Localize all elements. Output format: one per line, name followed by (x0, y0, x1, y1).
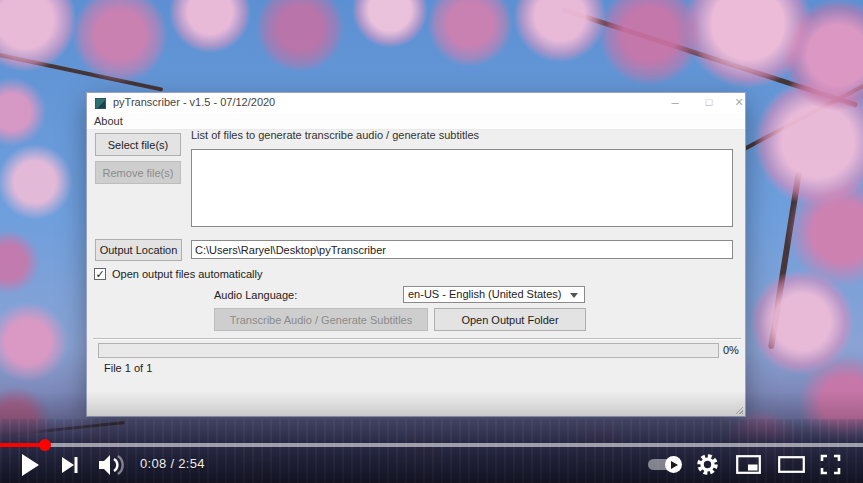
file-list-box[interactable] (191, 149, 733, 227)
play-button[interactable] (20, 453, 40, 477)
close-button-icon[interactable]: × (725, 93, 753, 113)
gear-icon (696, 453, 719, 476)
settings-button[interactable] (696, 453, 719, 476)
transcribe-button[interactable]: Transcribe Audio / Generate Subtitles (214, 308, 428, 331)
menu-bar: About (87, 113, 745, 130)
output-path-field[interactable] (191, 240, 733, 259)
open-output-checkbox-label: Open output files automatically (112, 268, 262, 280)
progress-bar (98, 343, 719, 358)
separator-line (93, 338, 741, 340)
volume-icon (98, 455, 125, 475)
file-counter-label: File 1 of 1 (104, 362, 152, 374)
miniplayer-button[interactable] (736, 455, 761, 474)
autoplay-toggle[interactable] (648, 459, 680, 470)
autoplay-play-icon (665, 456, 682, 473)
fullscreen-button[interactable] (820, 454, 841, 475)
audio-language-label: Audio Language: (214, 289, 297, 301)
file-list-label: List of files to generate transcribe aud… (191, 129, 479, 141)
menu-about[interactable]: About (94, 115, 123, 127)
app-icon (95, 98, 106, 109)
remove-files-button[interactable]: Remove file(s) (95, 161, 181, 184)
checkbox-checked[interactable]: ✓ (94, 268, 106, 280)
open-output-checkbox-row[interactable]: ✓Open output files automatically (94, 267, 262, 281)
maximize-button-icon[interactable]: □ (695, 93, 723, 113)
check-icon: ✓ (95, 268, 104, 280)
miniplayer-icon (736, 455, 761, 474)
time-display: 0:08 / 2:54 (140, 456, 205, 471)
chevron-down-icon (570, 293, 578, 298)
next-icon (61, 455, 79, 475)
audio-language-dropdown[interactable]: en-US - English (United States) (403, 286, 585, 303)
minimize-button-icon[interactable]: – (661, 93, 689, 113)
play-icon (20, 453, 40, 477)
youtube-video-player: pyTranscriber - v1.5 - 07/12/2020 – □ × … (0, 0, 863, 483)
fullscreen-icon (820, 454, 841, 475)
output-location-button[interactable]: Output Location (95, 239, 182, 261)
open-output-folder-button[interactable]: Open Output Folder (434, 308, 586, 331)
window-title: pyTranscriber - v1.5 - 07/12/2020 (113, 96, 275, 108)
select-files-button[interactable]: Select file(s) (95, 133, 181, 156)
player-controls: 0:08 / 2:54 (0, 447, 863, 483)
theater-icon (778, 456, 805, 473)
pytranscriber-window: pyTranscriber - v1.5 - 07/12/2020 – □ × … (86, 92, 746, 417)
window-titlebar[interactable]: pyTranscriber - v1.5 - 07/12/2020 – □ × (87, 93, 745, 113)
volume-button[interactable] (98, 455, 125, 475)
next-button[interactable] (61, 455, 79, 475)
progress-percent-label: 0% (723, 344, 739, 356)
theater-mode-button[interactable] (778, 456, 805, 473)
audio-language-value: en-US - English (United States) (408, 288, 561, 300)
